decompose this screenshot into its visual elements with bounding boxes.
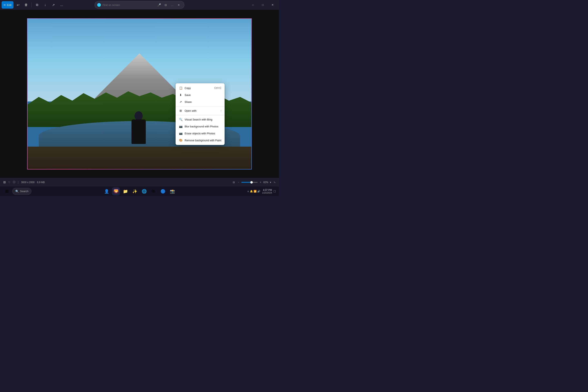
separator [32, 2, 32, 7]
context-menu: 📋 Copy Ctrl+C ⬇ Save ↗ Share ⊞ Open with… [176, 83, 224, 145]
zoom-dropdown-icon[interactable]: ▾ [270, 181, 271, 184]
copy-shortcut: Ctrl+C [214, 86, 221, 90]
taskbar-system-tray: ∧ 🔔 📶 🔊 4:37 PM 1/15/2024 □ [247, 189, 276, 194]
taskbar-app-photos[interactable]: 📸 [168, 187, 176, 196]
save-menu-icon: ⬇ [179, 93, 182, 97]
remove-bg-label: Remove background with Paint [184, 139, 221, 142]
submenu-arrow-icon: › [220, 110, 221, 112]
menu-divider-2 [176, 115, 224, 115]
notification-icon[interactable]: □ [274, 190, 276, 193]
menu-item-open-with[interactable]: ⊞ Open with › [176, 107, 224, 114]
address-bar[interactable]: 🎤 ⊟ … ✕ [94, 1, 184, 8]
save-icon: ↓ [44, 3, 46, 7]
edit-button[interactable]: ✏ Edit [2, 1, 14, 8]
taskbar-app-ai[interactable]: 🌄 [112, 187, 120, 196]
menu-item-visual-search[interactable]: 🔍 Visual Search with Bing [176, 116, 224, 123]
close-tab-button[interactable]: ✕ [176, 2, 182, 8]
taskbar-app-edge[interactable]: 🌐 [140, 187, 148, 196]
taskbar-search-label: Search [20, 190, 28, 193]
open-with-label: Open with [184, 109, 196, 112]
delete-button[interactable]: 🗑 [22, 1, 30, 8]
status-heart[interactable]: ♡ [8, 181, 10, 184]
taskbar-search-box[interactable]: 🔍 Search [12, 188, 32, 195]
menu-item-share[interactable]: ↗ Share [176, 98, 224, 105]
copy-label: Copy [184, 86, 191, 90]
address-extra-buttons: ⊟ … ✕ [162, 2, 182, 8]
person-body [132, 120, 146, 144]
undo-icon: ↩ [17, 3, 20, 7]
statusbar: 🖼 ♡ ⓘ | 3000 x 2000 6.9 MB ⊟ － ＋ 62% ▾ ⤡ [0, 178, 279, 186]
save-button[interactable]: ↓ [42, 1, 49, 8]
clock[interactable]: 4:37 PM 1/15/2024 [262, 189, 272, 194]
ground-layer [28, 146, 251, 169]
undo-button[interactable]: ↩ [14, 1, 22, 8]
clock-time: 4:37 PM [262, 189, 272, 192]
photos-blur-icon: 📷 [179, 124, 182, 128]
zoom-out-icon[interactable]: － [237, 180, 240, 184]
photos-erase-icon: 📷 [179, 132, 182, 135]
visual-search-label: Visual Search with Bing [184, 118, 212, 121]
more-icon: ... [60, 3, 63, 7]
clock-date: 1/15/2024 [262, 192, 272, 194]
more-addr-button[interactable]: … [169, 2, 175, 8]
filesize-label: 6.9 MB [37, 181, 45, 184]
share-menu-icon: ↗ [179, 100, 182, 104]
menu-item-erase-objects[interactable]: 📷 Erase objects with Photos [176, 130, 224, 137]
titlebar: ✏ Edit ↩ 🗑 ⧉ ↓ ↗ ... 🎤 ⊟ … ✕ ✂ ⊞ ☁ ─ □ [0, 0, 279, 10]
bing-icon: 🔍 [179, 118, 182, 121]
search-input[interactable] [102, 4, 156, 6]
status-photo-icon[interactable]: 🖼 [3, 181, 6, 184]
taskbar: ⊞ 🔍 Search 👤 🌄 📁 ✨ 🌐 🛍 🔵 📸 ∧ 🔔 📶 🔊 4:37 … [0, 186, 279, 196]
taskbar-center-apps: 👤 🌄 📁 ✨ 🌐 🛍 🔵 📸 [102, 187, 176, 196]
taskbar-app-store[interactable]: 🛍 [150, 187, 158, 196]
taskbar-app-person[interactable]: 👤 [102, 187, 111, 196]
zoom-slider[interactable] [241, 182, 258, 183]
save-label: Save [184, 94, 191, 96]
zoom-control: － ＋ 62% ▾ [237, 180, 271, 184]
browser-favicon [97, 3, 101, 7]
status-info[interactable]: ⓘ [13, 180, 15, 184]
person-head [134, 111, 143, 120]
edit-icon: ✏ [4, 4, 6, 6]
zoom-in-icon[interactable]: ＋ [259, 180, 262, 184]
erase-objects-label: Erase objects with Photos [184, 132, 215, 135]
main-content: 📋 Copy Ctrl+C ⬇ Save ↗ Share ⊞ Open with… [0, 10, 279, 178]
blur-bg-label: Blur background with Photos [184, 125, 218, 128]
open-with-icon: ⊞ [179, 109, 182, 112]
copy-button[interactable]: ⧉ [33, 1, 41, 8]
windows-icon: ⊞ [5, 189, 9, 194]
more-button[interactable]: ... [58, 1, 65, 8]
copy-menu-icon: 📋 [179, 86, 182, 90]
fullscreen-icon[interactable]: ⊟ [233, 181, 235, 184]
zoom-percent-label: 62% [264, 181, 268, 184]
collections-icon[interactable]: ⊟ [162, 2, 169, 8]
expand-icon[interactable]: ⤡ [274, 181, 276, 184]
menu-item-copy[interactable]: 📋 Copy Ctrl+C [176, 84, 224, 92]
taskbar-app-copilot[interactable]: ✨ [131, 187, 139, 196]
start-button[interactable]: ⊞ [3, 188, 10, 195]
share-button[interactable]: ↗ [50, 1, 57, 8]
share-icon: ↗ [52, 3, 55, 7]
maximize-button[interactable]: □ [258, 2, 268, 8]
paint-icon: 🎨 [179, 138, 182, 142]
mic-icon[interactable]: 🎤 [158, 3, 161, 6]
copy-icon: ⧉ [36, 3, 38, 7]
dimensions-label: 3000 x 2000 [21, 181, 34, 184]
person-silhouette [130, 111, 147, 148]
status-filesize: 6.9 MB [37, 181, 45, 184]
minimize-button[interactable]: ─ [248, 2, 258, 8]
heart-icon: ♡ [8, 181, 10, 184]
sys-tray-icons: ∧ 🔔 📶 🔊 [247, 190, 260, 193]
taskbar-app-explorer[interactable]: 📁 [121, 187, 130, 196]
menu-item-save[interactable]: ⬇ Save [176, 92, 224, 98]
status-dimensions: 3000 x 2000 [21, 181, 34, 184]
menu-item-remove-bg[interactable]: 🎨 Remove background with Paint [176, 137, 224, 144]
close-button[interactable]: ✕ [268, 2, 277, 8]
menu-item-blur-bg[interactable]: 📷 Blur background with Photos [176, 123, 224, 130]
edit-label: Edit [7, 4, 12, 6]
photo-status-icon: 🖼 [3, 181, 6, 184]
search-icon: 🔍 [15, 190, 19, 193]
status-separator: | [18, 180, 18, 184]
taskbar-app-bing[interactable]: 🔵 [159, 187, 167, 196]
share-label: Share [184, 100, 192, 104]
